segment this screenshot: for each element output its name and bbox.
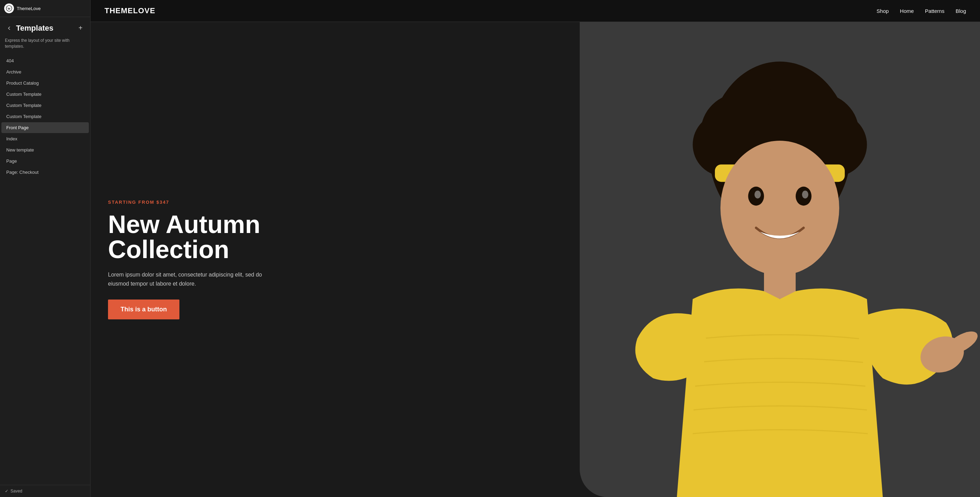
sidebar-item-product-catalog[interactable]: Product Catalog [2,78,89,89]
site-header: THEMELOVE Shop Home Patterns Blog [91,0,980,22]
hero-tagline: STARTING FROM $347 [108,200,562,205]
add-template-button[interactable]: + [76,23,85,33]
sidebar-item-front-page[interactable]: Front Page [2,122,89,133]
sidebar-item-label: Front Page [6,125,29,130]
sidebar-item-label: Custom Template [6,92,41,97]
hero-woman-illustration [580,22,980,497]
back-button[interactable] [5,24,13,32]
nav-shop[interactable]: Shop [877,8,889,14]
svg-point-17 [802,191,808,198]
sidebar-item-new-template[interactable]: New template [2,144,89,155]
sidebar-item-label: Page: Checkout [6,170,39,175]
sidebar-description: Express the layout of your site with tem… [0,36,90,54]
nav-home[interactable]: Home [900,8,914,14]
sidebar-title: Templates [16,24,53,33]
sidebar-footer: ✓ Saved [0,485,90,497]
sidebar-item-custom-template-1[interactable]: Custom Template [2,89,89,100]
sidebar-item-page[interactable]: Page [2,156,89,167]
sidebar-item-custom-template-2[interactable]: Custom Template [2,100,89,111]
main-content: THEMELOVE Shop Home Patterns Blog STARTI… [91,0,980,497]
saved-status-label: Saved [10,489,22,494]
site-nav: Shop Home Patterns Blog [877,8,966,14]
hero-image-right [580,22,980,497]
wp-logo-icon: W [4,3,14,13]
sidebar-item-custom-template-3[interactable]: Custom Template [2,111,89,122]
preview-frame: THEMELOVE Shop Home Patterns Blog STARTI… [91,0,980,497]
hero-title: New Autumn Collection [108,212,562,262]
sidebar-header-left: Templates [5,24,53,33]
sidebar-item-label: Page [6,159,17,164]
sidebar: W ThemeLove Templates + Express the layo… [0,0,91,497]
svg-point-16 [755,191,761,198]
hero-content-left: STARTING FROM $347 New Autumn Collection… [91,22,580,497]
nav-patterns[interactable]: Patterns [925,8,945,14]
sidebar-item-404[interactable]: 404 [2,56,89,66]
nav-blog[interactable]: Blog [956,8,966,14]
sidebar-list: 404 Archive Product Catalog Custom Templ… [0,54,90,485]
svg-point-13 [721,141,839,275]
sidebar-item-page-checkout[interactable]: Page: Checkout [2,167,89,178]
svg-point-11 [768,69,831,133]
site-logo: THEMELOVE [105,6,155,15]
sidebar-item-index[interactable]: Index [2,133,89,144]
sidebar-item-label: Custom Template [6,103,41,108]
sidebar-item-label: 404 [6,58,14,64]
sidebar-top-bar: W ThemeLove [0,0,90,17]
sidebar-item-label: Archive [6,69,21,75]
preview-area: THEMELOVE Shop Home Patterns Blog STARTI… [91,0,980,497]
sidebar-item-label: New template [6,147,34,152]
sidebar-item-label: Custom Template [6,114,41,119]
sidebar-header: Templates + [0,17,90,36]
sidebar-item-label: Index [6,136,18,141]
sidebar-item-label: Product Catalog [6,81,39,86]
sidebar-item-archive[interactable]: Archive [2,67,89,77]
hero-section: STARTING FROM $347 New Autumn Collection… [91,22,980,497]
hero-body-text: Lorem ipsum dolor sit amet, consectetur … [108,270,275,288]
hero-cta-button[interactable]: This is a button [108,300,180,319]
svg-text:W: W [8,7,11,10]
site-name-label: ThemeLove [17,6,41,11]
saved-check-icon: ✓ [5,489,8,494]
